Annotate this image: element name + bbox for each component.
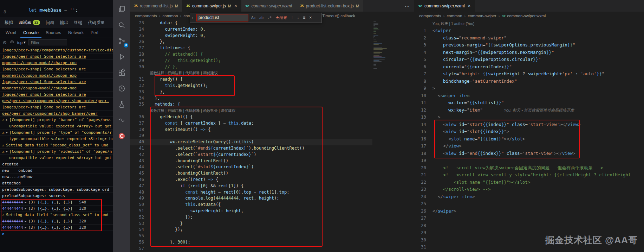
codelens[interactable]: 函数注释 | 行间注释 | 代码解释 | 函数拆分 | 调优建议 [130,108,414,114]
code-editor-right[interactable]: You, 昨天 | 1 author (You) 1<swiper2 class… [414,20,644,252]
console-row[interactable]: 444444444▶(3) [{…}, {…}, {…}]320 [0,206,113,212]
extensions-icon [118,69,126,77]
code-line: 28 // attached() { [130,51,414,58]
console-prompt[interactable]: > [2,231,5,237]
console-row[interactable]: uncompatible value: expected <Array> but… [0,123,113,130]
activity-item-timeline[interactable] [113,81,130,96]
regex-icon[interactable]: .* [266,15,273,20]
clear-console-icon[interactable]: ⊘ [3,40,7,45]
code-line: 45 .boundingClientRect() [130,170,414,177]
editor-tab[interactable]: JSrecommend-list.jsM [130,0,182,12]
activity-item-sonarlint[interactable] [113,112,130,128]
more-actions-icon[interactable]: ⋯ [401,0,414,12]
console-row[interactable]: 444444444▶(3) [{…}, {…}, {…}]548 [0,199,113,206]
editor-tab[interactable]: JScommon-swiper.jsM× [182,0,241,12]
console-row: preloadSubpackages: subpackage, subpacka… [0,187,113,193]
chevron-right-icon: › [159,14,161,18]
code-line: 6 current="{{currentIndex}}" [414,63,644,71]
find-next-icon[interactable]: ↓ [296,15,300,20]
expand-icon[interactable]: ▶ [25,206,27,212]
console-row[interactable]: ges/peer-shop/components/shop-banner/pee… [0,111,113,117]
expand-icon[interactable]: ▶ [6,117,8,123]
tab-count-badge: 22 [33,20,40,25]
expand-icon[interactable]: ▶ [25,199,27,205]
devtools-tab[interactable]: 输出 [57,18,71,27]
console-row[interactable]: > [0,231,113,237]
expand-icon[interactable]: ▶ [6,130,8,136]
code-line: 15 <view id="slot{{index}}"> [414,128,644,136]
find-input[interactable] [196,14,248,21]
activity-item-ai-plugin[interactable] [113,128,130,144]
breadcrumb-item[interactable]: common [163,14,178,18]
close-icon[interactable]: × [468,3,471,8]
editor-tab[interactable]: JSproduct-list-column-box.jsM [296,0,364,12]
console-filter-input[interactable] [28,39,67,45]
devtools-subtab[interactable]: Console [20,28,41,38]
breadcrumb-item[interactable]: components [135,14,157,18]
devtools-subtab[interactable]: Perf [88,28,101,38]
activity-item-run-debug[interactable] [113,49,130,65]
console-row[interactable]: [pages/peer-shop] Some selectors are [0,79,113,85]
expand-icon[interactable]: ▶ [25,218,27,224]
activity-item-testing[interactable] [113,96,130,112]
breadcrumb-item[interactable]: common-swiper [468,14,496,18]
breadcrumb-item[interactable]: common [447,14,462,18]
console-row[interactable]: [pages/peer-shop] Some selectors are [0,92,113,98]
code-line: 53 } [130,221,414,227]
close-icon[interactable]: × [234,3,237,8]
code-line: 2 class="recommend-swiper" [414,34,644,42]
codelens[interactable]: 函数注释 | 行间注释 | 代码解释 | 调优建议 [130,70,414,76]
match-case-icon[interactable]: Aa [250,15,256,20]
devtools-tab[interactable]: 代码质量 [85,18,107,27]
console-row[interactable]: uncompatible value: expected <Array> but… [0,155,113,161]
console-row[interactable]: type-uncompatible value: expected <Strin… [0,136,113,142]
devtools-tab[interactable]: 问题 [43,18,57,27]
console-row[interactable]: ⚠▶[Component] property "type" of "compon… [0,130,113,136]
activity-item-extensions[interactable] [113,65,130,81]
console-row[interactable]: ⚠▶[Component] property "banner" of "page… [0,117,113,123]
breadcrumb-item[interactable]: <>common-swiper.wxml [502,14,546,18]
code-line: 3 previous-margin="{{swiperOptions.previ… [414,42,644,49]
console-row[interactable]: [pages/peer-shop/components/customer-ser… [0,47,113,53]
activity-item-source-control[interactable]: 3 [113,33,130,49]
line-number: 42 [130,152,150,158]
code-line: 43 .boundingClientRect() [130,158,414,164]
activity-item-search[interactable] [113,17,130,33]
console-row[interactable]: mponents/coupon-modal/coupon-exp [0,73,113,79]
console-row[interactable]: mponents/coupon-modal/charge-cou [0,60,113,66]
eye-icon[interactable] [9,39,14,46]
breadcrumb-item[interactable]: components [419,14,441,18]
codelens-authors[interactable]: You, 昨天 | 1 author (You) [414,20,644,27]
code-editor[interactable]: 23 data: {24 currentIndex: 0,25 swiperHe… [130,20,414,252]
console-row[interactable]: ⚠Setting data field "second_class_set" t… [0,142,113,149]
console-row[interactable]: ⚠▶[Component] property "videoList" of "p… [0,149,113,155]
console-row[interactable]: [pages/peer-shop] Some selectors are [0,104,113,111]
console-row[interactable]: mponents/coupon-modal/coupon-mod [0,85,113,92]
chevron-down-icon: ▾ [24,40,26,45]
find-in-selection-icon[interactable]: ≡ [302,15,306,20]
activity-item-explorer[interactable] [113,1,130,17]
console-row[interactable]: ⚠Setting data field "second_class_set" t… [0,212,113,218]
minimap[interactable] [373,21,395,71]
devtools-subtab[interactable]: Sources [43,28,64,38]
expand-icon[interactable]: ▶ [25,225,27,231]
console-row[interactable]: [pages/peer-shop] Some selectors are [0,53,113,60]
console-row[interactable]: 444444444▶(3) [{…}, {…}, {…}]320 [0,218,113,225]
console-row[interactable]: [pages/peer-shop] Some selectors are [0,66,113,73]
code-line: 26 }, [130,39,414,45]
editor-tab-wxml[interactable]: <> common-swiper.wxml × [414,0,475,12]
context-selector[interactable]: top ▾ [17,40,26,45]
whole-word-icon[interactable]: ab [258,15,265,20]
code-line: 25 swiperHeight: 0, [130,33,414,39]
editor-tab[interactable]: <>common-swiper.wxml [241,0,296,12]
expand-icon[interactable]: ▶ [6,149,8,155]
find-prev-icon[interactable]: ↑ [290,15,294,20]
console-row[interactable]: ges/peer-shop/components/peer-shop-order… [0,98,113,104]
console-row[interactable]: 444444444▶(3) [{…}, {…}, {…}]320 [0,225,113,231]
close-icon[interactable]: × [308,15,313,20]
modified-badge: M [175,4,178,8]
toggle-replace-icon[interactable]: › [192,16,195,20]
devtools-subtab[interactable]: Wxml [3,28,19,38]
devtools-subtab[interactable]: Network [65,28,86,38]
devtools-tab[interactable]: 终端 [71,18,85,27]
